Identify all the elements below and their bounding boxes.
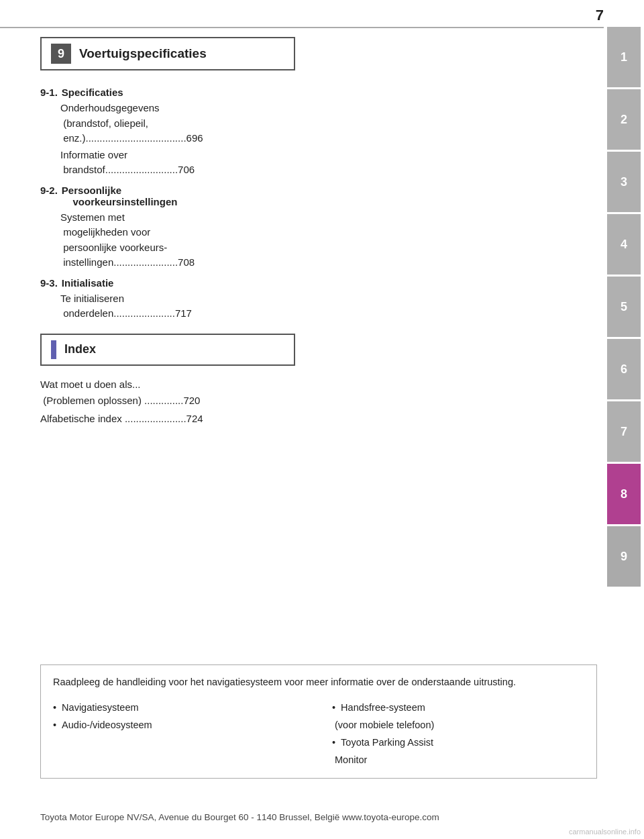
toc-text-9-3: Initialisatie	[62, 277, 114, 289]
sidebar-tab-4[interactable]: 4	[607, 214, 641, 275]
toc-heading-9-2: 9-2. Persoonlijke voorkeursinstellingen	[40, 185, 597, 207]
toc-entry-9-2-1: Systemen met mogelijkheden voor persoonl…	[60, 210, 597, 270]
toc-entry-9-1-2: Informatie over brandstof...............…	[60, 148, 597, 178]
toc-item-9-3: 9-3. Initialisatie Te initialiseren onde…	[40, 277, 597, 322]
page-number: 7	[596, 7, 604, 24]
toc-item-9-2: 9-2. Persoonlijke voorkeursinstellingen …	[40, 185, 597, 270]
toc-heading-9-1: 9-1. Specificaties	[40, 87, 597, 98]
toc-entry-9-1-1: Onderhoudsgegevens (brandstof, oliepeil,…	[60, 101, 597, 146]
toc-num-9-1: 9-1.	[40, 87, 58, 98]
watermark: carmanualsonline.info	[569, 828, 641, 836]
toc-num-9-2: 9-2.	[40, 185, 58, 196]
index-title: Index	[64, 342, 96, 356]
info-col-2: Handsfree-systeem (voor mobiele telefoon…	[332, 699, 584, 769]
info-box: Raadpleeg de handleiding voor het naviga…	[40, 664, 597, 779]
toc-heading-9-3: 9-3. Initialisatie	[40, 277, 597, 289]
top-divider	[0, 27, 604, 28]
section-title: Voertuigspecificaties	[79, 46, 207, 61]
sidebar-tab-2[interactable]: 2	[607, 89, 641, 150]
info-item-nav: Navigatiesysteem	[53, 699, 305, 716]
info-col-1: Navigatiesysteem Audio-/videosysteem	[53, 699, 305, 769]
sidebar-tab-6[interactable]: 6	[607, 339, 641, 399]
toc-text-9-2: Persoonlijke voorkeursinstellingen	[62, 185, 178, 207]
info-columns: Navigatiesysteem Audio-/videosysteem Han…	[53, 699, 584, 769]
toc-text-9-1: Specificaties	[62, 87, 123, 98]
section-number: 9	[51, 44, 71, 64]
chapter-sidebar: 1 2 3 4 5 6 7 8 9	[607, 27, 644, 589]
info-item-parking: Toyota Parking Assist Monitor	[332, 734, 584, 769]
index-entry-1: Wat moet u doen als... (Problemen oploss…	[40, 377, 597, 409]
section-header: 9 Voertuigspecificaties	[40, 37, 295, 70]
info-box-text: Raadpleeg de handleiding voor het naviga…	[53, 675, 584, 690]
sidebar-tab-5[interactable]: 5	[607, 277, 641, 337]
sidebar-tab-8[interactable]: 8	[607, 464, 641, 524]
info-item-audio: Audio-/videosysteem	[53, 716, 305, 734]
sidebar-tab-9[interactable]: 9	[607, 526, 641, 587]
index-marker	[51, 340, 56, 359]
index-box: Index	[40, 334, 295, 366]
toc-entry-9-3-1: Te initialiseren onderdelen.............…	[60, 291, 597, 322]
info-item-handsfree: Handsfree-systeem (voor mobiele telefoon…	[332, 699, 584, 734]
footer-text: Toyota Motor Europe NV/SA, Avenue du Bou…	[40, 811, 597, 824]
toc-num-9-3: 9-3.	[40, 277, 58, 289]
toc-item-9-1: 9-1. Specificaties Onderhoudsgegevens (b…	[40, 87, 597, 178]
sidebar-tab-7[interactable]: 7	[607, 401, 641, 462]
index-entry-2: Alfabetische index .....................…	[40, 411, 597, 427]
sidebar-tab-3[interactable]: 3	[607, 152, 641, 212]
sidebar-tab-1[interactable]: 1	[607, 27, 641, 87]
